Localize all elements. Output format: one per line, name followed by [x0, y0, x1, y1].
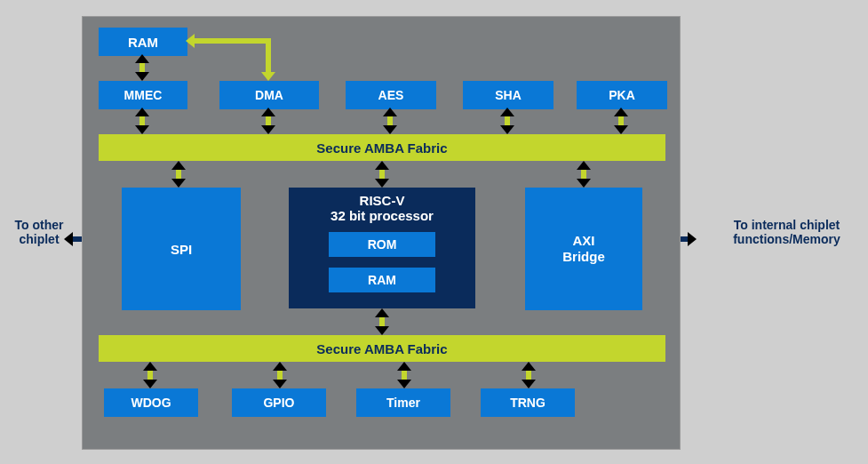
- block-gpio: GPIO: [232, 388, 326, 417]
- block-riscv-rom: ROM: [329, 232, 435, 257]
- arrow-ram-mmec-icon: [139, 54, 146, 81]
- arrow-fabric-riscv-icon: [378, 161, 386, 188]
- arrow-fabric-axi-icon: [580, 161, 587, 188]
- arrow-fabric-gpio-icon: [276, 362, 283, 388]
- block-pka: PKA: [577, 81, 667, 109]
- arrow-riscv-lower-fabric-icon: [378, 308, 386, 335]
- block-riscv-ram: RAM: [329, 268, 435, 292]
- arrow-fabric-wdog-icon: [147, 362, 154, 388]
- soc-panel: RAM MMEC DMA AES SHA PKA Secure AMBA Fab…: [82, 16, 681, 450]
- block-spi: SPI: [122, 188, 241, 310]
- block-wdog: WDOG: [104, 388, 198, 417]
- arrow-fabric-timer-icon: [401, 362, 408, 388]
- block-axi-bridge: AXI Bridge: [525, 188, 642, 310]
- axi-line-2: Bridge: [562, 249, 605, 265]
- diagram-stage: To other chiplet To internal chiplet fun…: [0, 0, 868, 464]
- block-mmec: MMEC: [99, 81, 187, 109]
- block-sha: SHA: [463, 81, 553, 109]
- arrow-sha-fabric-icon: [504, 108, 511, 134]
- block-ram-top: RAM: [99, 28, 187, 56]
- arrow-fabric-trng-icon: [525, 362, 532, 388]
- arrow-fabric-spi-icon: [175, 161, 182, 188]
- axi-line-1: AXI: [572, 233, 594, 249]
- block-trng: TRNG: [481, 388, 575, 417]
- arrow-dma-fabric-icon: [265, 108, 272, 134]
- block-fabric-upper: Secure AMBA Fabric: [99, 134, 665, 161]
- arrow-mmec-fabric-icon: [139, 108, 146, 134]
- block-aes: AES: [346, 81, 436, 109]
- block-timer: Timer: [356, 388, 450, 417]
- block-dma: DMA: [219, 81, 319, 109]
- block-fabric-lower: Secure AMBA Fabric: [99, 335, 665, 362]
- label-to-internal-functions: To internal chiplet functions/Memory: [705, 218, 868, 246]
- block-riscv: RISC-V 32 bit processor ROM RAM: [289, 188, 475, 308]
- arrow-aes-fabric-icon: [386, 108, 394, 134]
- riscv-title-1: RISC-V: [289, 188, 475, 208]
- arrow-pka-fabric-icon: [617, 108, 625, 134]
- riscv-title-2: 32 bit processor: [289, 208, 475, 223]
